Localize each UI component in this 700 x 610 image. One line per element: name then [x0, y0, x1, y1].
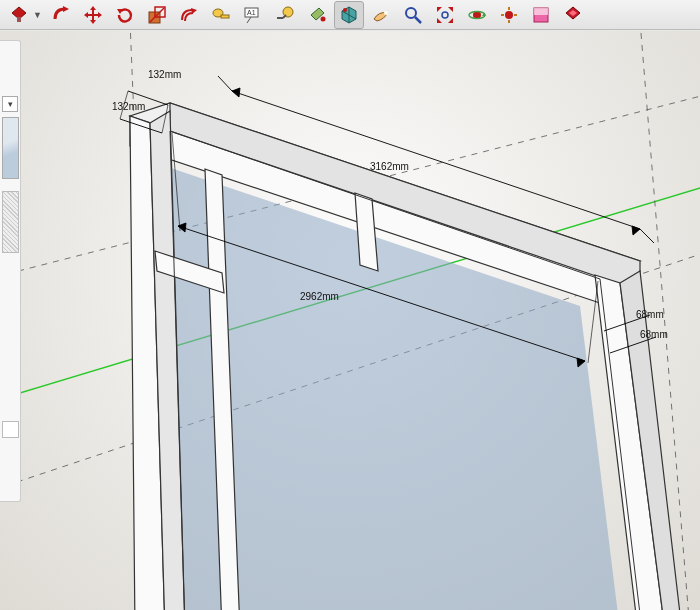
- material-thumb[interactable]: [2, 117, 19, 179]
- svg-marker-34: [63, 6, 69, 12]
- svg-rect-77: [534, 8, 548, 15]
- svg-point-67: [442, 12, 448, 18]
- rotate-icon[interactable]: [110, 1, 140, 29]
- tape-measure-icon[interactable]: [206, 1, 236, 29]
- svg-marker-63: [437, 7, 442, 12]
- panel-input[interactable]: [2, 421, 19, 438]
- svg-marker-64: [448, 7, 453, 12]
- svg-marker-45: [191, 8, 197, 14]
- push-pull-icon[interactable]: [4, 1, 34, 29]
- svg-point-61: [406, 8, 416, 18]
- text-icon[interactable]: A1: [238, 1, 268, 29]
- follow-me-icon[interactable]: [46, 1, 76, 29]
- svg-line-28: [120, 91, 128, 119]
- move-icon[interactable]: [78, 1, 108, 29]
- scale-icon[interactable]: [142, 1, 172, 29]
- orbit-icon[interactable]: [462, 1, 492, 29]
- svg-marker-37: [84, 12, 88, 18]
- svg-line-50: [247, 17, 251, 23]
- svg-point-59: [343, 8, 347, 12]
- svg-marker-65: [437, 18, 442, 23]
- dimension-icon[interactable]: [270, 1, 300, 29]
- svg-line-26: [128, 91, 168, 105]
- svg-line-19: [218, 76, 232, 91]
- svg-marker-17: [232, 88, 240, 97]
- svg-marker-38: [98, 12, 102, 18]
- offset-icon[interactable]: [174, 1, 204, 29]
- svg-point-55: [320, 16, 325, 21]
- zoom-extents-icon[interactable]: [430, 1, 460, 29]
- svg-line-62: [415, 17, 421, 23]
- svg-rect-52: [277, 17, 283, 19]
- model-viewport[interactable]: 132mm 132mm 3162mm 2962mm 68mm 68mm: [0, 31, 700, 610]
- toolbar-dropdown-icon[interactable]: ▼: [33, 10, 42, 20]
- svg-marker-35: [90, 6, 96, 10]
- svg-line-20: [640, 229, 654, 243]
- svg-text:A1: A1: [247, 9, 256, 16]
- svg-marker-36: [90, 20, 96, 24]
- eraser-icon[interactable]: [366, 1, 396, 29]
- section-icon[interactable]: [526, 1, 556, 29]
- svg-marker-18: [632, 226, 640, 235]
- svg-line-53: [283, 15, 286, 18]
- axes-icon[interactable]: [558, 1, 588, 29]
- component-icon[interactable]: [334, 1, 364, 29]
- materials-panel-cropped: ▾: [0, 40, 21, 502]
- zoom-icon[interactable]: [398, 1, 428, 29]
- svg-rect-40: [88, 14, 98, 16]
- panel-dropdown-icon[interactable]: ▾: [2, 96, 18, 112]
- pan-icon[interactable]: [494, 1, 524, 29]
- svg-rect-33: [17, 17, 21, 22]
- svg-point-71: [505, 11, 513, 19]
- svg-point-60: [384, 11, 388, 15]
- main-toolbar: ▼ A1: [0, 0, 700, 30]
- paint-bucket-icon[interactable]: [302, 1, 332, 29]
- scene-svg: [0, 31, 700, 610]
- svg-rect-47: [221, 15, 229, 18]
- svg-marker-66: [448, 18, 453, 23]
- material-thumb-2[interactable]: [2, 191, 19, 253]
